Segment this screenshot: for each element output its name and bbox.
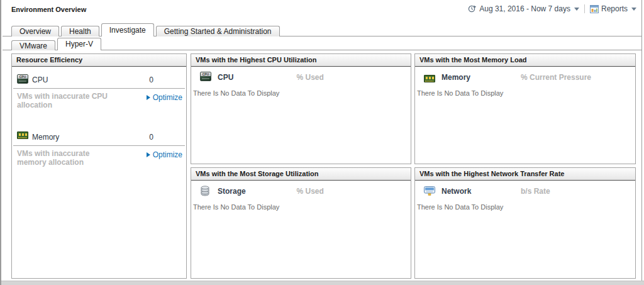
metric-unit-label: % Used — [297, 187, 324, 196]
tab-investigate[interactable]: Investigate — [101, 23, 154, 36]
tab-getting-started-administration[interactable]: Getting Started & Administration — [156, 26, 280, 36]
play-triangle-icon — [147, 95, 150, 100]
optimize-memory-link[interactable]: Optimize — [147, 150, 182, 159]
optimize-cpu-link[interactable]: Optimize — [147, 93, 182, 102]
highest-cpu-utilization-panel: VMs with the Highest CPU Utilization CPU… — [191, 53, 411, 164]
no-data-message: There Is No Data To Display — [417, 89, 635, 97]
play-triangle-icon — [147, 152, 150, 157]
tab-health[interactable]: Health — [61, 26, 99, 36]
tab-overview[interactable]: Overview — [11, 26, 59, 36]
time-range-selector[interactable]: Aug 31, 2016 - Now 7 days — [479, 4, 570, 13]
tab-vmware[interactable]: VMware — [11, 40, 55, 50]
panel-title: VMs with the Highest Network Transfer Ra… — [415, 168, 635, 181]
metric-unit-label: b/s Rate — [521, 187, 550, 196]
panel-title: VMs with the Most Memory Load — [415, 54, 635, 67]
resource-cpu-value: 0 — [149, 75, 153, 84]
inaccurate-cpu-allocation-label: VMs with inaccurate CPU allocation — [17, 92, 121, 109]
tab-hyper-v[interactable]: Hyper-V — [57, 38, 101, 50]
sub-tabs: VMware Hyper-V — [11, 38, 103, 50]
reports-menu[interactable]: Reports — [601, 4, 628, 13]
resource-memory-label: Memory — [32, 133, 59, 142]
panel-title: VMs with the Most Storage Utilization — [191, 168, 411, 181]
metric-unit-label: % Current Pressure — [521, 73, 591, 82]
resource-cpu-label: CPU — [32, 75, 48, 84]
no-data-message: There Is No Data To Display — [193, 89, 411, 97]
page-title: Environment Overview — [11, 6, 86, 13]
main-tabs: Overview Health Investigate Getting Star… — [11, 23, 282, 36]
reports-chevron-down-icon[interactable] — [631, 8, 636, 11]
most-memory-load-panel: VMs with the Most Memory Load Memory % C… — [414, 53, 636, 164]
toolbar-separator — [584, 4, 585, 13]
resource-efficiency-panel: Resource Efficiency CPU CPU 0 VMs with i… — [11, 53, 187, 279]
metric-name-label: Network — [441, 187, 471, 196]
memory-module-icon — [424, 75, 435, 82]
frame-right-border — [641, 0, 642, 281]
memory-module-icon — [17, 131, 28, 139]
panel-title: Resource Efficiency — [12, 54, 186, 67]
environment-overview-page: Environment Overview Aug 31, 2016 - Now … — [0, 0, 644, 285]
no-data-message: There Is No Data To Display — [417, 203, 635, 211]
inaccurate-memory-allocation-label: VMs with inaccurate memory allocation — [17, 149, 121, 167]
time-range-chevron-down-icon[interactable] — [574, 8, 579, 11]
panel-title: VMs with the Highest CPU Utilization — [191, 54, 411, 67]
metric-name-label: CPU — [218, 73, 233, 82]
metric-unit-label: % Used — [297, 73, 324, 82]
cpu-chip-icon: CPU — [200, 72, 211, 81]
cpu-chip-icon: CPU — [17, 74, 28, 84]
time-range-icon — [468, 4, 477, 13]
network-device-icon — [424, 186, 435, 196]
most-storage-utilization-panel: VMs with the Most Storage Utilization St… — [191, 167, 411, 279]
metric-name-label: Storage — [218, 187, 246, 196]
highest-network-transfer-panel: VMs with the Highest Network Transfer Ra… — [414, 167, 636, 279]
reports-icon — [590, 5, 599, 13]
no-data-message: There Is No Data To Display — [193, 203, 411, 211]
toolbar: Aug 31, 2016 - Now 7 days Reports — [468, 4, 636, 13]
resource-memory-value: 0 — [149, 133, 153, 142]
metric-name-label: Memory — [441, 73, 470, 82]
frame-bottom-border — [1, 281, 644, 285]
storage-cylinder-icon — [200, 186, 210, 196]
